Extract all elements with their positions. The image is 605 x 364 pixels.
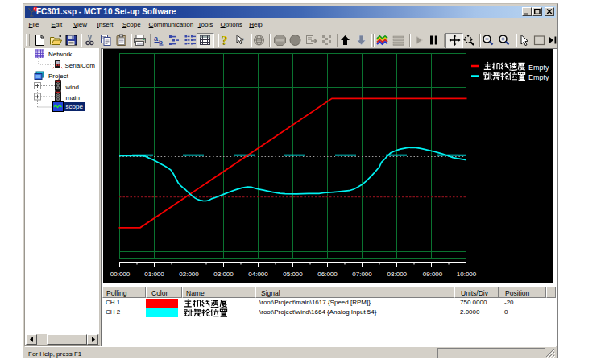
svg-text:?: ? <box>222 34 228 47</box>
